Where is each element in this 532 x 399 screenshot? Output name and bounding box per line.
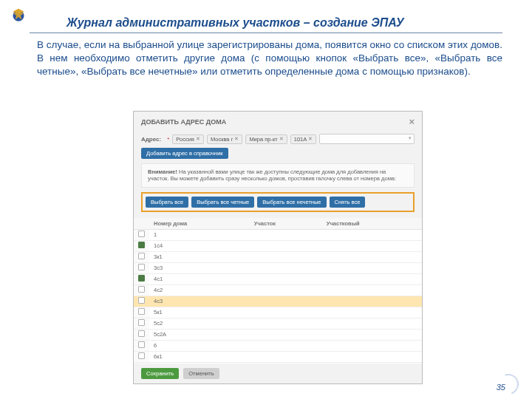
- cell-officer: [322, 284, 422, 296]
- row-checkbox-cell[interactable]: [134, 351, 149, 362]
- selection-button-bar: Выбрать все Выбрать все четные Выбрать в…: [141, 192, 415, 212]
- notice-bold: Внимание!: [148, 168, 177, 175]
- cell-house-number: 5к1: [149, 307, 250, 318]
- cell-officer: [322, 296, 422, 307]
- close-icon[interactable]: ×: [409, 116, 415, 127]
- dialog-title: ДОБАВИТЬ АДРЕС ДОМА: [141, 118, 226, 126]
- address-chip-city[interactable]: Москва г✕: [207, 134, 242, 144]
- row-checkbox[interactable]: [138, 286, 145, 293]
- cell-sector: [250, 284, 322, 296]
- row-checkbox[interactable]: [138, 319, 145, 326]
- cell-officer: [322, 318, 422, 329]
- row-highlight-marker: [133, 296, 134, 307]
- houses-table: Номер дома Участок Участковый 11с43к13с3…: [134, 218, 422, 384]
- col-officer: Участковый: [322, 218, 422, 230]
- page-number: 35: [497, 383, 505, 392]
- table-row[interactable]: 1с4: [134, 240, 422, 251]
- mvd-emblem-icon: [7, 6, 30, 28]
- row-checkbox-cell[interactable]: [134, 329, 149, 340]
- cell-officer: [322, 329, 422, 340]
- save-button[interactable]: Сохранить: [141, 368, 179, 379]
- row-checkbox[interactable]: [138, 275, 145, 282]
- cancel-button[interactable]: Отменить: [183, 368, 219, 379]
- body-paragraph: В случае, если на выбранной улице зареги…: [37, 38, 502, 79]
- row-checkbox[interactable]: [138, 231, 145, 237]
- add-house-address-dialog: ДОБАВИТЬ АДРЕС ДОМА × Адрес: * Россия✕ М…: [133, 111, 423, 384]
- chip-remove-icon[interactable]: ✕: [279, 136, 284, 142]
- row-checkbox[interactable]: [138, 330, 145, 337]
- cell-sector: [250, 251, 322, 262]
- col-house-number: Номер дома: [149, 218, 250, 230]
- address-chip-country[interactable]: Россия✕: [172, 134, 204, 144]
- cell-house-number: 4с1: [149, 273, 250, 284]
- cell-house-number: 1с4: [149, 240, 250, 251]
- chip-remove-icon[interactable]: ✕: [234, 136, 239, 142]
- page-title: Журнал административных участков – созда…: [66, 16, 404, 30]
- row-checkbox-cell[interactable]: [134, 296, 149, 307]
- cell-house-number: 3к1: [149, 251, 250, 262]
- cell-sector: [250, 262, 322, 273]
- cell-house-number: 1: [149, 229, 250, 240]
- cell-house-number: 5с2: [149, 318, 250, 329]
- row-checkbox-cell[interactable]: [134, 318, 149, 329]
- row-checkbox[interactable]: [138, 297, 145, 304]
- cell-house-number: 6к1: [149, 351, 250, 362]
- cell-sector: [250, 240, 322, 251]
- row-checkbox-cell[interactable]: [134, 240, 149, 251]
- cell-sector: [250, 273, 322, 284]
- address-chip-street[interactable]: Мира пр-кт✕: [245, 134, 287, 144]
- row-checkbox[interactable]: [138, 253, 145, 259]
- table-row[interactable]: 4с3: [134, 296, 422, 307]
- table-row[interactable]: 3с3: [134, 262, 422, 273]
- table-row[interactable]: 4с1: [134, 273, 422, 284]
- cell-sector: [250, 329, 322, 340]
- row-checkbox[interactable]: [138, 242, 145, 248]
- row-checkbox-cell[interactable]: [134, 273, 149, 284]
- table-row[interactable]: 5к1: [134, 307, 422, 318]
- table-row[interactable]: 3к1: [134, 251, 422, 262]
- cell-sector: [250, 296, 322, 307]
- cell-sector: [250, 340, 322, 351]
- chip-remove-icon[interactable]: ✕: [196, 136, 200, 142]
- notice-text: На указанной вами улице так же доступны …: [148, 168, 396, 182]
- table-row[interactable]: 5с2А: [134, 329, 422, 340]
- row-checkbox-cell[interactable]: [134, 262, 149, 273]
- cell-officer: [322, 251, 422, 262]
- table-row[interactable]: 6к1: [134, 351, 422, 362]
- required-mark: *: [167, 136, 169, 143]
- row-checkbox-cell[interactable]: [134, 340, 149, 351]
- cell-officer: [322, 262, 422, 273]
- select-odd-button[interactable]: Выбрать все нечетные: [257, 197, 326, 208]
- cell-officer: [322, 273, 422, 284]
- cell-sector: [250, 351, 322, 362]
- cell-sector: [250, 229, 322, 240]
- clear-all-button[interactable]: Снять все: [330, 197, 366, 208]
- table-row[interactable]: 4с2: [134, 284, 422, 296]
- table-row[interactable]: 6: [134, 340, 422, 351]
- row-checkbox-cell[interactable]: [134, 229, 149, 240]
- row-checkbox[interactable]: [138, 352, 145, 359]
- notice-box: Внимание! На указанной вами улице так же…: [141, 163, 415, 188]
- address-dropdown[interactable]: [319, 134, 415, 144]
- row-checkbox[interactable]: [138, 341, 145, 348]
- checkbox-column-header: [134, 218, 149, 230]
- cell-house-number: 4с2: [149, 284, 250, 296]
- row-checkbox-cell[interactable]: [134, 251, 149, 262]
- table-row[interactable]: 5с2: [134, 318, 422, 329]
- row-checkbox-cell[interactable]: [134, 284, 149, 296]
- row-checkbox[interactable]: [138, 264, 145, 270]
- row-checkbox-cell[interactable]: [134, 307, 149, 318]
- cell-sector: [250, 307, 322, 318]
- cell-officer: [322, 340, 422, 351]
- cell-officer: [322, 351, 422, 362]
- cell-house-number: 6: [149, 340, 250, 351]
- select-even-button[interactable]: Выбрать все четные: [191, 197, 254, 208]
- add-to-directory-button[interactable]: Добавить адрес в справочник: [141, 148, 228, 159]
- select-all-button[interactable]: Выбрать все: [146, 197, 188, 208]
- chip-remove-icon[interactable]: ✕: [308, 136, 313, 142]
- table-row[interactable]: 1: [134, 229, 422, 240]
- cell-officer: [322, 307, 422, 318]
- row-checkbox[interactable]: [138, 308, 145, 315]
- cell-officer: [322, 229, 422, 240]
- address-chip-house[interactable]: 101А✕: [290, 134, 317, 144]
